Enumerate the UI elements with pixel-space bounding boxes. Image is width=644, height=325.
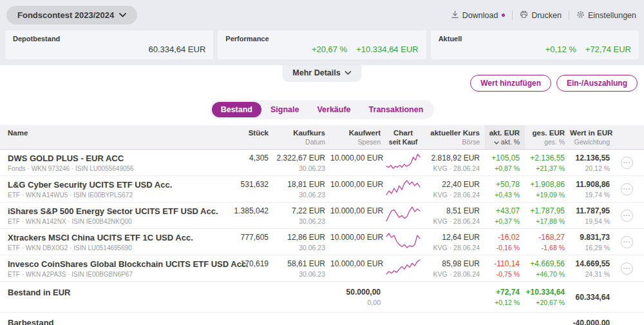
sparkline-chart: [386, 266, 421, 277]
fund-meta: Fonds · WKN 973246 · ISIN LU0055649056: [8, 165, 225, 172]
row-menu-button[interactable]: ···: [621, 236, 633, 248]
total-label: Barbestand: [0, 313, 230, 325]
fund-name-link[interactable]: L&G Cyber Security UCITS ETF USD Acc.: [8, 180, 225, 190]
kaufwert-cell: 10.000,00 EUR: [330, 255, 386, 282]
column-header-stueck[interactable]: Stück: [230, 125, 274, 150]
row-menu-button[interactable]: ···: [621, 183, 633, 195]
kaufwert-cell: 10.000,00 EUR: [330, 202, 386, 229]
settings-button[interactable]: Einstellungen: [576, 10, 636, 21]
stueck-cell: 531,632: [230, 176, 274, 202]
print-button[interactable]: Drucken: [520, 10, 562, 21]
print-label: Drucken: [531, 11, 562, 20]
card-percent: +0,12 %: [545, 44, 576, 54]
more-details-button[interactable]: Mehr Details: [282, 65, 361, 82]
card-value: +10.334,64 EUR: [356, 44, 418, 54]
akt-eur-cell: -16,02 -0,16 %: [485, 229, 525, 255]
tab-verkaeufe[interactable]: Verkäufe: [308, 102, 359, 117]
row-menu-button[interactable]: ···: [621, 210, 633, 222]
chart-cell: [386, 229, 426, 255]
chart-cell: [386, 150, 426, 176]
column-header-akt-eur[interactable]: akt. EUR akt. %: [485, 125, 525, 150]
portfolio-selector-label: Fondscontest 2023/2024: [17, 10, 114, 20]
name-cell: Invesco CoinShares Global Blockchain UCI…: [0, 255, 230, 282]
card-label: Aktuell: [439, 35, 631, 43]
kaufkurs-cell: 58,61 EUR 30.06.23: [274, 255, 330, 282]
wert-cell: 14.669,55 24,31 %: [570, 255, 615, 282]
stueck-cell: 1.385,042: [230, 202, 274, 229]
fund-meta: ETF · WKN A14WU5 · ISIN IE00BYPLS672: [8, 192, 225, 199]
kaufwert-cell: 10.000,00 EUR: [330, 150, 386, 176]
fund-name-link[interactable]: DWS GOLD PLUS - EUR ACC: [8, 153, 225, 163]
total-label: Bestand in EUR: [0, 282, 230, 313]
card-aktuell: Aktuell +0,12 % +72,74 EUR: [431, 30, 639, 59]
row-menu-button[interactable]: ···: [621, 262, 633, 275]
column-header-kaufkurs[interactable]: Kaufkurs Datum: [274, 125, 330, 150]
download-label: Download: [462, 11, 498, 20]
column-header-name[interactable]: Name: [0, 125, 230, 150]
totals-rows: Bestand in EUR 50.000,00 0,00 +72,74 +0,…: [0, 282, 644, 325]
summary-cards: Depotbestand 60.334,64 EUR Performance +…: [5, 30, 639, 59]
tabs-row: Bestand Signale Verkäufe Transaktionen: [0, 100, 644, 119]
fund-row: Xtrackers MSCI China UCITS ETF 1C USD Ac…: [0, 229, 644, 255]
add-value-button[interactable]: Wert hinzufügen: [470, 75, 551, 92]
ges-eur-cell: +4.669,56 +46,70 %: [525, 255, 570, 282]
fund-name-link[interactable]: iShares S&P 500 Energy Sector UCITS ETF …: [8, 206, 225, 216]
tab-bestand[interactable]: Bestand: [212, 102, 261, 117]
kaufwert-cell: 10.000,00 EUR: [330, 176, 386, 202]
column-header-chart[interactable]: Chart seit Kauf: [386, 125, 426, 150]
kaufkurs-cell: 2.322,67 EUR 30.06.23: [274, 150, 330, 176]
tab-bar: Bestand Signale Verkäufe Transaktionen: [210, 100, 435, 119]
fund-row: L&G Cyber Security UCITS ETF USD Acc. ET…: [0, 176, 644, 202]
card-depotbestand: Depotbestand 60.334,64 EUR: [5, 30, 213, 59]
ges-eur-cell: +1.787,95 +17,88 %: [525, 202, 570, 229]
aktueller-kurs-cell: 2.818,92 EUR KVG · 28.06.24: [426, 150, 485, 176]
fund-meta: ETF · WKN A2PA3S · ISIN IE00BGBN6P67: [8, 271, 225, 278]
total-row-barbestand: Barbestand -40.000,00: [0, 313, 644, 325]
deposit-withdrawal-button[interactable]: Ein-/Auszahlung: [556, 75, 638, 92]
aktueller-kurs-cell: 8,51 EUR KVG · 28.06.24: [426, 202, 485, 229]
card-label: Depotbestand: [13, 35, 205, 43]
sub-band: Mehr Details Wert hinzufügen Ein-/Auszah…: [0, 65, 644, 100]
fund-name-link[interactable]: Invesco CoinShares Global Blockchain UCI…: [8, 259, 225, 269]
table-header: Name Stück Kaufkurs Datum Kaufwert Spese…: [0, 125, 644, 150]
column-header-wert[interactable]: Wert in EUR Gewichtung: [570, 125, 615, 150]
column-header-aktueller-kurs[interactable]: aktueller Kurs Börse: [426, 125, 485, 150]
tab-signale[interactable]: Signale: [261, 102, 308, 117]
chart-cell: [386, 176, 426, 202]
ges-eur-cell: +2.136,55 +21,37 %: [525, 150, 570, 176]
fund-name-link[interactable]: Xtrackers MSCI China UCITS ETF 1C USD Ac…: [8, 233, 225, 242]
column-header-ges-eur[interactable]: ges. EUR ges. %: [525, 125, 570, 150]
portfolio-selector[interactable]: Fondscontest 2023/2024: [6, 6, 137, 25]
name-cell: DWS GOLD PLUS - EUR ACC Fonds · WKN 9732…: [0, 150, 230, 176]
card-label: Performance: [225, 35, 418, 43]
name-cell: Xtrackers MSCI China UCITS ETF 1C USD Ac…: [0, 229, 230, 255]
sparkline-chart: [386, 240, 421, 251]
kaufkurs-cell: 12,86 EUR 30.06.23: [274, 229, 330, 255]
card-value: +72,74 EUR: [585, 44, 631, 54]
chart-cell: [386, 255, 426, 282]
barbestand-wert-cell: -40.000,00: [570, 313, 615, 325]
divider: [512, 10, 513, 20]
download-button[interactable]: Download: [451, 10, 506, 21]
portfolio-action-buttons: Wert hinzufügen Ein-/Auszahlung: [470, 75, 638, 92]
tab-transaktionen[interactable]: Transaktionen: [360, 102, 433, 117]
column-header-menu: [615, 125, 644, 150]
total-kaufwert-cell: 50.000,00 0,00: [330, 282, 386, 313]
menu-cell: ···: [615, 255, 644, 282]
row-menu-button[interactable]: ···: [621, 157, 633, 169]
chevron-down-icon: [345, 71, 352, 75]
menu-cell: ···: [615, 150, 644, 176]
wert-cell: 11.908,86 19,74 %: [570, 176, 615, 202]
menu-cell: ···: [615, 176, 644, 202]
name-cell: L&G Cyber Security UCITS ETF USD Acc. ET…: [0, 176, 230, 202]
akt-eur-cell: -110,14 -0,75 %: [485, 255, 525, 282]
card-performance: Performance +20,67 % +10.334,64 EUR: [218, 30, 426, 59]
kaufkurs-cell: 7,22 EUR 30.06.23: [274, 202, 330, 229]
column-header-kaufwert[interactable]: Kaufwert Spesen: [330, 125, 386, 150]
printer-icon: [520, 10, 528, 21]
menu-cell: ···: [615, 229, 644, 255]
sort-chevron-icon: [494, 138, 499, 146]
settings-label: Einstellungen: [588, 11, 636, 20]
total-akt-cell: +72,74 +0,12 %: [485, 282, 525, 313]
premium-badge-icon: [502, 14, 505, 17]
